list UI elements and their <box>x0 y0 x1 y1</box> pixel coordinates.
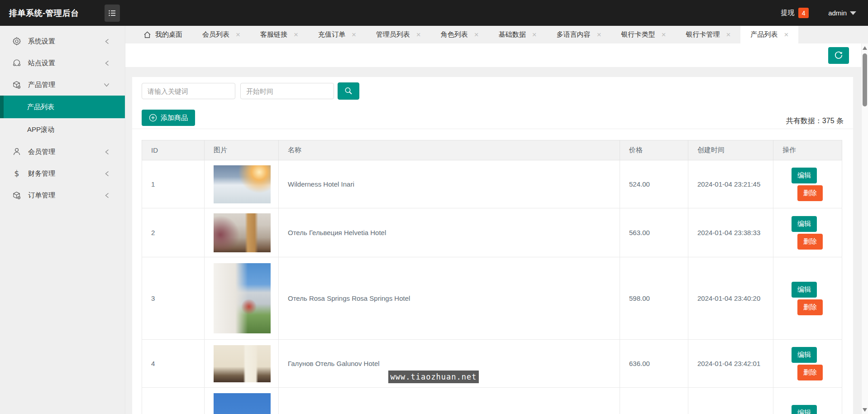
cell-created <box>688 388 773 414</box>
app-header: 排单系统-管理后台 提现 4 admin <box>0 0 868 26</box>
tab-产品列表[interactable]: 产品列表 × <box>740 26 798 43</box>
chevron-down-icon <box>104 82 110 87</box>
start-time-input[interactable] <box>240 83 334 99</box>
tab-我的桌面[interactable]: 我的桌面 × <box>134 26 192 43</box>
product-image <box>214 393 271 414</box>
tab-close-icon[interactable]: × <box>294 31 298 39</box>
box-icon <box>12 80 21 89</box>
scrollbar-thumb[interactable] <box>863 53 867 106</box>
tab-label: 产品列表 <box>750 30 777 39</box>
username: admin <box>828 9 847 17</box>
sidebar-item-系统设置[interactable]: 系统设置 <box>0 30 125 52</box>
tab-银行卡管理[interactable]: 银行卡管理 × <box>676 26 741 43</box>
sidebar-item-label: 站点设置 <box>28 59 55 67</box>
cell-price: 598.00 <box>620 257 688 340</box>
menu-toggle-button[interactable] <box>105 5 120 22</box>
withdraw-count-badge[interactable]: 4 <box>798 8 809 18</box>
tab-label: 银行卡管理 <box>686 30 720 39</box>
refresh-button[interactable] <box>828 47 849 64</box>
scroll-down-arrow-icon[interactable] <box>863 408 867 412</box>
home-icon <box>143 31 151 39</box>
tab-close-icon[interactable]: × <box>532 31 537 39</box>
tab-close-icon[interactable]: × <box>662 31 666 39</box>
sidebar-item-站点设置[interactable]: 站点设置 <box>0 52 125 74</box>
delete-button[interactable]: 删除 <box>797 234 823 250</box>
column-header-价格: 价格 <box>620 140 688 160</box>
sidebar-item-label: 财务管理 <box>28 169 55 178</box>
table-row: 3 Отель Rosa Springs Rosa Springs Hotel … <box>142 257 842 340</box>
svg-text:$: $ <box>14 169 19 178</box>
tab-label: 银行卡类型 <box>621 30 655 39</box>
keyword-input[interactable] <box>142 83 235 99</box>
refresh-icon <box>834 50 844 60</box>
page-toolbar <box>125 43 861 67</box>
cell-created: 2024-01-04 23:40:20 <box>688 257 773 340</box>
tab-close-icon[interactable]: × <box>597 31 601 39</box>
product-image <box>214 345 271 382</box>
cell-id: 2 <box>142 208 205 257</box>
withdraw-link[interactable]: 提现 <box>781 9 794 17</box>
scroll-up-arrow-icon[interactable] <box>863 46 867 50</box>
delete-button[interactable]: 删除 <box>797 299 823 315</box>
content-panel: 添加商品 共有数据：375 条 ID图片名称价格创建时间操作 1 Wildern… <box>132 77 853 414</box>
cell-image <box>205 257 279 340</box>
total-count: 共有数据：375 条 <box>786 116 844 126</box>
hamburger-icon <box>108 9 117 18</box>
tab-close-icon[interactable]: × <box>352 31 356 39</box>
tab-close-icon[interactable]: × <box>416 31 421 39</box>
tab-close-icon[interactable]: × <box>784 31 788 39</box>
delete-button[interactable]: 删除 <box>797 185 823 201</box>
gear-icon <box>12 37 21 46</box>
cell-image <box>205 388 279 414</box>
tab-label: 管理员列表 <box>376 30 410 39</box>
tab-label: 角色列表 <box>441 30 468 39</box>
tab-基础数据[interactable]: 基础数据 × <box>489 26 547 43</box>
sidebar-item-label: 产品管理 <box>28 81 55 89</box>
tab-label: 客服链接 <box>260 30 287 39</box>
tab-管理员列表[interactable]: 管理员列表 × <box>366 26 431 43</box>
table-row: 1 Wilderness Hotel Inari 524.00 2024-01-… <box>142 160 842 208</box>
tab-银行卡类型[interactable]: 银行卡类型 × <box>611 26 676 43</box>
add-product-button[interactable]: 添加商品 <box>142 110 195 126</box>
edit-button[interactable]: 编辑 <box>792 168 817 183</box>
sidebar-subitem-产品列表[interactable]: 产品列表 <box>0 96 125 118</box>
edit-button[interactable]: 编辑 <box>792 347 817 363</box>
tab-close-icon[interactable]: × <box>236 31 240 39</box>
chevron-left-icon <box>105 60 110 66</box>
tab-角色列表[interactable]: 角色列表 × <box>431 26 489 43</box>
add-product-label: 添加商品 <box>161 114 188 122</box>
cell-id: 4 <box>142 340 205 388</box>
sidebar-item-订单管理[interactable]: 订单管理 <box>0 184 125 206</box>
table-row: 4 Галунов Отель Galunov Hotel 636.00 202… <box>142 340 842 388</box>
tab-label: 我的桌面 <box>155 30 182 39</box>
delete-button[interactable]: 删除 <box>797 365 823 380</box>
tab-客服链接[interactable]: 客服链接 × <box>250 26 308 43</box>
sidebar-item-产品管理[interactable]: 产品管理 <box>0 74 125 96</box>
tab-close-icon[interactable]: × <box>474 31 479 39</box>
cell-image <box>205 340 279 388</box>
plus-circle-icon <box>149 114 157 122</box>
edit-button[interactable]: 编辑 <box>792 405 817 414</box>
sidebar-item-财务管理[interactable]: $ 财务管理 <box>0 163 125 184</box>
user-menu[interactable]: admin <box>828 9 856 17</box>
sidebar-subitem-APP滚动[interactable]: APP滚动 <box>0 118 125 141</box>
edit-button[interactable]: 编辑 <box>792 216 817 232</box>
table-row: 5 编辑 删除 <box>142 388 842 414</box>
cell-id: 5 <box>142 388 205 414</box>
sidebar-item-会员管理[interactable]: 会员管理 <box>0 141 125 163</box>
tab-多语言内容[interactable]: 多语言内容 × <box>547 26 611 43</box>
edit-button[interactable]: 编辑 <box>792 282 817 298</box>
product-image <box>214 165 271 203</box>
tab-close-icon[interactable]: × <box>726 31 731 39</box>
cell-actions: 编辑 删除 <box>773 340 842 388</box>
tab-label: 充值订单 <box>318 30 345 39</box>
search-button[interactable] <box>338 82 359 100</box>
column-header-创建时间: 创建时间 <box>688 140 773 160</box>
chevron-left-icon <box>105 171 110 177</box>
tab-会员列表[interactable]: 会员列表 × <box>192 26 250 43</box>
vertical-scrollbar[interactable] <box>861 43 868 414</box>
tab-充值订单[interactable]: 充值订单 × <box>308 26 366 43</box>
cell-actions: 编辑 删除 <box>773 208 842 257</box>
sidebar-item-label: 会员管理 <box>28 148 55 156</box>
sidebar-item-label: 系统设置 <box>28 37 55 46</box>
